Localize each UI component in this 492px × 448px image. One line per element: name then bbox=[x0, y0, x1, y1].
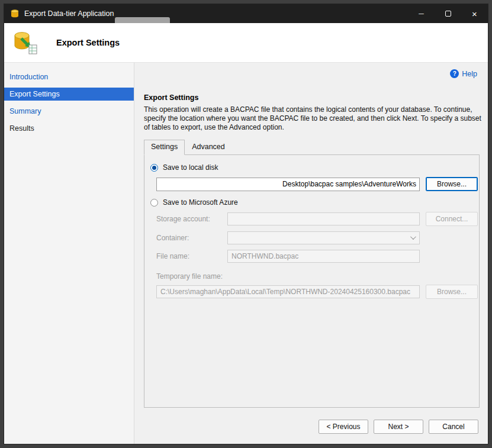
sidebar-item-export-settings[interactable]: Export Settings bbox=[4, 88, 134, 101]
save-local-radio[interactable] bbox=[150, 164, 158, 172]
container-row: Container: bbox=[156, 231, 479, 244]
connect-button: Connect... bbox=[426, 212, 478, 226]
tab-settings[interactable]: Settings bbox=[144, 140, 185, 155]
sidebar-item-summary[interactable]: Summary bbox=[4, 105, 134, 118]
local-browse-button[interactable]: Browse... bbox=[426, 177, 478, 191]
temp-file-row: C:\Users\maghan\AppData\Local\Temp\NORTH… bbox=[156, 285, 479, 299]
wizard-footer: < Previous Next > Cancel bbox=[134, 410, 488, 444]
temp-file-input: C:\Users\maghan\AppData\Local\Temp\NORTH… bbox=[156, 285, 420, 298]
close-button[interactable]: × bbox=[461, 4, 488, 23]
container-dropdown bbox=[227, 231, 420, 244]
file-name-row: File name: NORTHWND.bacpac bbox=[156, 250, 479, 263]
save-azure-radio-label: Save to Microsoft Azure bbox=[163, 198, 238, 207]
file-name-input: NORTHWND.bacpac bbox=[227, 250, 420, 263]
temp-browse-button: Browse... bbox=[426, 285, 478, 299]
wizard-content: ? Help Export Settings This operation wi… bbox=[134, 63, 488, 444]
section-description: This operation will create a BACPAC file… bbox=[144, 105, 484, 132]
wizard-header: Export Settings bbox=[4, 23, 488, 63]
storage-account-input bbox=[227, 212, 420, 225]
save-local-radio-label: Save to local disk bbox=[163, 163, 218, 172]
app-database-icon bbox=[10, 9, 20, 18]
window-title: Export Data-tier Application bbox=[24, 9, 114, 18]
maximize-icon bbox=[445, 11, 451, 17]
storage-account-label: Storage account: bbox=[156, 215, 227, 223]
save-azure-radio-row: Save to Microsoft Azure bbox=[150, 198, 479, 207]
minimize-button[interactable]: ─ bbox=[408, 4, 435, 23]
page-title: Export Settings bbox=[56, 38, 120, 47]
local-path-row: Browse... bbox=[156, 177, 479, 191]
sidebar-item-results: Results bbox=[4, 122, 134, 135]
file-name-label: File name: bbox=[156, 252, 227, 260]
previous-button[interactable]: < Previous bbox=[319, 420, 368, 434]
export-database-icon bbox=[12, 30, 38, 55]
chevron-down-icon bbox=[410, 234, 416, 240]
export-dialog: Export Data-tier Application ─ × Export … bbox=[4, 4, 488, 444]
help-link[interactable]: ? Help bbox=[450, 69, 477, 78]
sidebar-item-introduction[interactable]: Introduction bbox=[4, 70, 134, 83]
temp-file-label: Temporary file name: bbox=[156, 272, 479, 281]
window-controls: ─ × bbox=[408, 4, 488, 23]
cancel-button[interactable]: Cancel bbox=[429, 420, 478, 434]
settings-panel: Save to local disk Browse... Save to Mic… bbox=[144, 154, 480, 408]
container-label: Container: bbox=[156, 234, 227, 242]
next-button[interactable]: Next > bbox=[374, 420, 423, 434]
titlebar-artifact bbox=[115, 17, 170, 23]
help-label: Help bbox=[462, 70, 477, 78]
close-icon: × bbox=[472, 9, 477, 19]
tab-advanced[interactable]: Advanced bbox=[185, 140, 232, 154]
main-area: Export Settings This operation will crea… bbox=[134, 63, 488, 410]
minimize-icon: ─ bbox=[419, 9, 424, 18]
storage-account-row: Storage account: Connect... bbox=[156, 212, 479, 226]
maximize-button[interactable] bbox=[435, 4, 461, 23]
help-icon: ? bbox=[450, 69, 459, 78]
save-azure-radio[interactable] bbox=[150, 199, 158, 207]
tab-strip: Settings Advanced bbox=[144, 140, 480, 154]
local-path-input[interactable] bbox=[156, 178, 420, 191]
wizard-sidebar: Introduction Export Settings Summary Res… bbox=[4, 63, 134, 444]
title-bar: Export Data-tier Application ─ × bbox=[4, 4, 488, 23]
section-heading: Export Settings bbox=[144, 94, 480, 102]
save-local-radio-row: Save to local disk bbox=[150, 163, 479, 172]
